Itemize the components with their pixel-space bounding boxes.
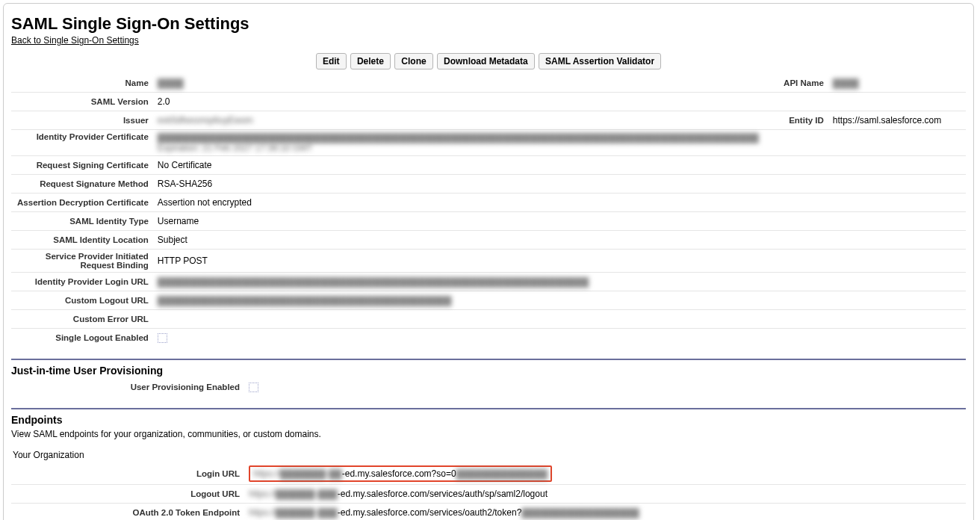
saml-detail-table: Name ▓▓▓▓ API Name ▓▓▓▓ SAML Version 2.0… <box>11 74 966 347</box>
jit-table: User Provisioning Enabled <box>11 378 966 396</box>
label-idp-login-url: Identity Provider Login URL <box>11 273 153 291</box>
delete-button[interactable]: Delete <box>350 53 391 69</box>
value-custom-error-url <box>153 310 763 329</box>
value-login-url: https://▓▓▓▓▓▓▓-▓▓-ed.my.salesforce.com?… <box>244 463 709 485</box>
endpoints-table: Login URL https://▓▓▓▓▓▓▓-▓▓-ed.my.sales… <box>11 463 966 520</box>
checkbox-single-logout <box>158 333 167 343</box>
label-user-prov-enabled: User Provisioning Enabled <box>11 378 244 396</box>
label-sp-binding: Service Provider Initiated Request Bindi… <box>11 250 153 273</box>
checkbox-user-prov <box>249 383 258 392</box>
value-api-name: ▓▓▓▓ <box>833 78 859 88</box>
login-url-highlight: https://▓▓▓▓▓▓▓-▓▓-ed.my.salesforce.com?… <box>249 465 552 482</box>
label-saml-id-location: SAML Identity Location <box>11 231 153 250</box>
label-oauth-endpoint: OAuth 2.0 Token Endpoint <box>11 504 244 521</box>
page-title: SAML Single Sign-On Settings <box>11 14 966 34</box>
value-saml-id-location: Subject <box>153 231 763 250</box>
value-issuer: exk5dfwxsmq4iuyEwom <box>158 115 253 126</box>
endpoints-section-title: Endpoints <box>11 409 966 427</box>
label-idp-cert: Identity Provider Certificate <box>11 130 153 156</box>
button-row-top: Edit Delete Clone Download Metadata SAML… <box>11 46 966 74</box>
saml-validator-button[interactable]: SAML Assertion Validator <box>539 53 661 69</box>
value-saml-version: 2.0 <box>153 93 763 111</box>
label-login-url: Login URL <box>11 463 244 485</box>
label-entity-id: Entity ID <box>763 111 828 130</box>
value-sp-binding: HTTP POST <box>153 250 763 273</box>
label-assertion-decrypt: Assertion Decryption Certificate <box>11 194 153 212</box>
value-oauth-endpoint: https://▓▓▓▓▓▓-▓▓▓-ed.my.salesforce.com/… <box>244 504 709 521</box>
download-metadata-button[interactable]: Download Metadata <box>437 53 535 69</box>
value-assertion-decrypt: Assertion not encrypted <box>153 194 763 212</box>
edit-button[interactable]: Edit <box>316 53 347 69</box>
your-org-subhead: Your Organization <box>11 445 966 463</box>
label-req-sig-method: Request Signature Method <box>11 175 153 194</box>
value-req-sig-method: RSA-SHA256 <box>153 175 763 194</box>
value-saml-id-type: Username <box>153 212 763 231</box>
value-name: ▓▓▓▓ <box>158 78 184 88</box>
value-idp-cert: ▓▓▓▓▓▓▓▓▓▓▓▓▓▓▓▓▓▓▓▓▓▓▓▓▓▓▓▓▓▓▓▓▓▓▓▓▓▓▓▓… <box>153 130 763 156</box>
label-saml-id-type: SAML Identity Type <box>11 212 153 231</box>
label-logout-url: Logout URL <box>11 485 244 504</box>
value-logout-url: https://▓▓▓▓▓▓-▓▓▓-ed.my.salesforce.com/… <box>244 485 709 504</box>
saml-settings-panel: SAML Single Sign-On Settings Back to Sin… <box>3 3 974 520</box>
label-api-name: API Name <box>763 74 828 93</box>
label-name: Name <box>11 74 153 93</box>
label-custom-logout-url: Custom Logout URL <box>11 291 153 310</box>
label-req-sign-cert: Request Signing Certificate <box>11 156 153 175</box>
clone-button[interactable]: Clone <box>394 53 432 69</box>
jit-section-title: Just-in-time User Provisioning <box>11 360 966 378</box>
value-custom-logout-url: ▓▓▓▓▓▓▓▓▓▓▓▓▓▓▓▓▓▓▓▓▓▓▓▓▓▓▓▓▓▓▓▓▓▓▓▓▓▓▓▓… <box>158 295 452 306</box>
label-custom-error-url: Custom Error URL <box>11 310 153 329</box>
value-entity-id: https://saml.salesforce.com <box>828 111 966 130</box>
label-saml-version: SAML Version <box>11 93 153 111</box>
value-req-sign-cert: No Certificate <box>153 156 763 175</box>
value-idp-login-url: ▓▓▓▓▓▓▓▓▓▓▓▓▓▓▓▓▓▓▓▓▓▓▓▓▓▓▓▓▓▓▓▓▓▓▓▓▓▓▓▓… <box>158 276 589 287</box>
label-issuer: Issuer <box>11 111 153 130</box>
endpoints-section-desc: View SAML endpoints for your organizatio… <box>11 427 966 445</box>
back-link[interactable]: Back to Single Sign-On Settings <box>11 35 139 46</box>
label-single-logout: Single Logout Enabled <box>11 329 153 347</box>
